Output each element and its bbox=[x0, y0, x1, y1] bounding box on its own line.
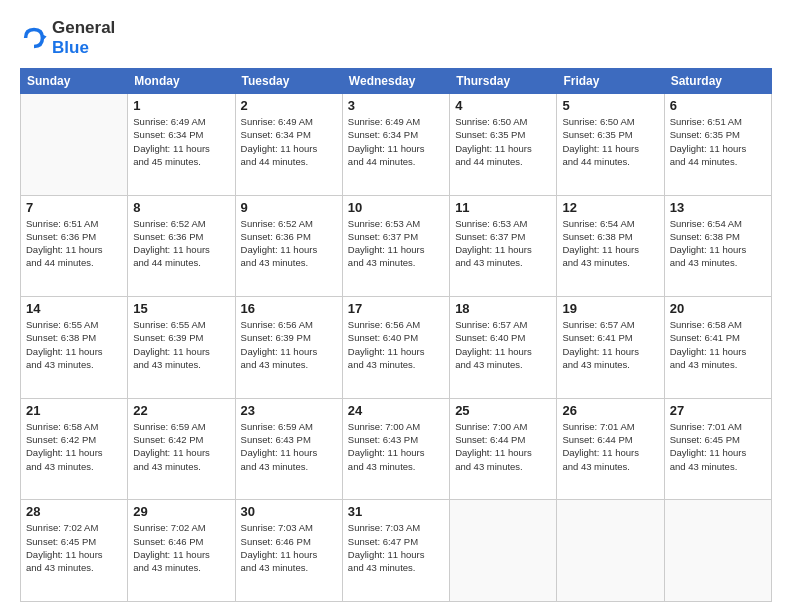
weekday-monday: Monday bbox=[128, 69, 235, 94]
day-number: 12 bbox=[562, 200, 658, 215]
calendar-cell bbox=[450, 500, 557, 602]
day-number: 19 bbox=[562, 301, 658, 316]
day-number: 1 bbox=[133, 98, 229, 113]
day-info: Sunrise: 7:02 AM Sunset: 6:46 PM Dayligh… bbox=[133, 521, 229, 574]
day-info: Sunrise: 6:49 AM Sunset: 6:34 PM Dayligh… bbox=[241, 115, 337, 168]
day-number: 18 bbox=[455, 301, 551, 316]
day-number: 4 bbox=[455, 98, 551, 113]
calendar-cell: 2Sunrise: 6:49 AM Sunset: 6:34 PM Daylig… bbox=[235, 94, 342, 196]
day-info: Sunrise: 6:51 AM Sunset: 6:36 PM Dayligh… bbox=[26, 217, 122, 270]
day-info: Sunrise: 6:52 AM Sunset: 6:36 PM Dayligh… bbox=[133, 217, 229, 270]
day-info: Sunrise: 6:59 AM Sunset: 6:42 PM Dayligh… bbox=[133, 420, 229, 473]
day-number: 6 bbox=[670, 98, 766, 113]
calendar-cell bbox=[664, 500, 771, 602]
logo: General Blue bbox=[20, 18, 115, 58]
day-info: Sunrise: 7:02 AM Sunset: 6:45 PM Dayligh… bbox=[26, 521, 122, 574]
day-info: Sunrise: 6:58 AM Sunset: 6:42 PM Dayligh… bbox=[26, 420, 122, 473]
day-info: Sunrise: 6:54 AM Sunset: 6:38 PM Dayligh… bbox=[670, 217, 766, 270]
weekday-wednesday: Wednesday bbox=[342, 69, 449, 94]
day-number: 8 bbox=[133, 200, 229, 215]
calendar-cell: 12Sunrise: 6:54 AM Sunset: 6:38 PM Dayli… bbox=[557, 195, 664, 297]
week-row-4: 21Sunrise: 6:58 AM Sunset: 6:42 PM Dayli… bbox=[21, 398, 772, 500]
week-row-3: 14Sunrise: 6:55 AM Sunset: 6:38 PM Dayli… bbox=[21, 297, 772, 399]
calendar-cell: 19Sunrise: 6:57 AM Sunset: 6:41 PM Dayli… bbox=[557, 297, 664, 399]
day-info: Sunrise: 7:01 AM Sunset: 6:45 PM Dayligh… bbox=[670, 420, 766, 473]
day-number: 15 bbox=[133, 301, 229, 316]
page: General Blue SundayMondayTuesdayWednesda… bbox=[0, 0, 792, 612]
day-info: Sunrise: 7:03 AM Sunset: 6:47 PM Dayligh… bbox=[348, 521, 444, 574]
day-info: Sunrise: 6:57 AM Sunset: 6:40 PM Dayligh… bbox=[455, 318, 551, 371]
calendar-cell: 29Sunrise: 7:02 AM Sunset: 6:46 PM Dayli… bbox=[128, 500, 235, 602]
day-info: Sunrise: 6:54 AM Sunset: 6:38 PM Dayligh… bbox=[562, 217, 658, 270]
calendar-cell: 22Sunrise: 6:59 AM Sunset: 6:42 PM Dayli… bbox=[128, 398, 235, 500]
day-number: 27 bbox=[670, 403, 766, 418]
day-info: Sunrise: 7:03 AM Sunset: 6:46 PM Dayligh… bbox=[241, 521, 337, 574]
day-number: 22 bbox=[133, 403, 229, 418]
day-number: 7 bbox=[26, 200, 122, 215]
calendar-cell: 16Sunrise: 6:56 AM Sunset: 6:39 PM Dayli… bbox=[235, 297, 342, 399]
day-info: Sunrise: 7:00 AM Sunset: 6:43 PM Dayligh… bbox=[348, 420, 444, 473]
calendar-cell: 30Sunrise: 7:03 AM Sunset: 6:46 PM Dayli… bbox=[235, 500, 342, 602]
calendar-cell bbox=[557, 500, 664, 602]
day-info: Sunrise: 7:00 AM Sunset: 6:44 PM Dayligh… bbox=[455, 420, 551, 473]
day-number: 24 bbox=[348, 403, 444, 418]
weekday-friday: Friday bbox=[557, 69, 664, 94]
day-info: Sunrise: 6:57 AM Sunset: 6:41 PM Dayligh… bbox=[562, 318, 658, 371]
day-number: 21 bbox=[26, 403, 122, 418]
day-info: Sunrise: 6:55 AM Sunset: 6:39 PM Dayligh… bbox=[133, 318, 229, 371]
day-info: Sunrise: 6:59 AM Sunset: 6:43 PM Dayligh… bbox=[241, 420, 337, 473]
calendar-cell: 28Sunrise: 7:02 AM Sunset: 6:45 PM Dayli… bbox=[21, 500, 128, 602]
calendar-cell: 21Sunrise: 6:58 AM Sunset: 6:42 PM Dayli… bbox=[21, 398, 128, 500]
day-number: 26 bbox=[562, 403, 658, 418]
day-info: Sunrise: 6:56 AM Sunset: 6:39 PM Dayligh… bbox=[241, 318, 337, 371]
day-number: 10 bbox=[348, 200, 444, 215]
calendar-table: SundayMondayTuesdayWednesdayThursdayFrid… bbox=[20, 68, 772, 602]
calendar-cell: 31Sunrise: 7:03 AM Sunset: 6:47 PM Dayli… bbox=[342, 500, 449, 602]
day-number: 3 bbox=[348, 98, 444, 113]
calendar-cell: 9Sunrise: 6:52 AM Sunset: 6:36 PM Daylig… bbox=[235, 195, 342, 297]
calendar-cell: 4Sunrise: 6:50 AM Sunset: 6:35 PM Daylig… bbox=[450, 94, 557, 196]
day-info: Sunrise: 6:56 AM Sunset: 6:40 PM Dayligh… bbox=[348, 318, 444, 371]
day-number: 20 bbox=[670, 301, 766, 316]
calendar-cell: 17Sunrise: 6:56 AM Sunset: 6:40 PM Dayli… bbox=[342, 297, 449, 399]
day-number: 25 bbox=[455, 403, 551, 418]
calendar-cell: 25Sunrise: 7:00 AM Sunset: 6:44 PM Dayli… bbox=[450, 398, 557, 500]
day-number: 2 bbox=[241, 98, 337, 113]
week-row-2: 7Sunrise: 6:51 AM Sunset: 6:36 PM Daylig… bbox=[21, 195, 772, 297]
day-number: 28 bbox=[26, 504, 122, 519]
calendar-cell: 15Sunrise: 6:55 AM Sunset: 6:39 PM Dayli… bbox=[128, 297, 235, 399]
day-number: 5 bbox=[562, 98, 658, 113]
weekday-saturday: Saturday bbox=[664, 69, 771, 94]
calendar-cell: 14Sunrise: 6:55 AM Sunset: 6:38 PM Dayli… bbox=[21, 297, 128, 399]
calendar-cell bbox=[21, 94, 128, 196]
day-info: Sunrise: 7:01 AM Sunset: 6:44 PM Dayligh… bbox=[562, 420, 658, 473]
day-info: Sunrise: 6:53 AM Sunset: 6:37 PM Dayligh… bbox=[455, 217, 551, 270]
logo-icon bbox=[20, 24, 48, 52]
day-info: Sunrise: 6:52 AM Sunset: 6:36 PM Dayligh… bbox=[241, 217, 337, 270]
day-info: Sunrise: 6:58 AM Sunset: 6:41 PM Dayligh… bbox=[670, 318, 766, 371]
day-number: 16 bbox=[241, 301, 337, 316]
calendar-cell: 18Sunrise: 6:57 AM Sunset: 6:40 PM Dayli… bbox=[450, 297, 557, 399]
calendar-cell: 24Sunrise: 7:00 AM Sunset: 6:43 PM Dayli… bbox=[342, 398, 449, 500]
calendar-cell: 11Sunrise: 6:53 AM Sunset: 6:37 PM Dayli… bbox=[450, 195, 557, 297]
calendar-cell: 6Sunrise: 6:51 AM Sunset: 6:35 PM Daylig… bbox=[664, 94, 771, 196]
calendar-cell: 7Sunrise: 6:51 AM Sunset: 6:36 PM Daylig… bbox=[21, 195, 128, 297]
calendar-cell: 20Sunrise: 6:58 AM Sunset: 6:41 PM Dayli… bbox=[664, 297, 771, 399]
day-number: 17 bbox=[348, 301, 444, 316]
day-info: Sunrise: 6:53 AM Sunset: 6:37 PM Dayligh… bbox=[348, 217, 444, 270]
logo-text: General Blue bbox=[52, 18, 115, 58]
day-info: Sunrise: 6:50 AM Sunset: 6:35 PM Dayligh… bbox=[455, 115, 551, 168]
day-number: 30 bbox=[241, 504, 337, 519]
day-info: Sunrise: 6:49 AM Sunset: 6:34 PM Dayligh… bbox=[133, 115, 229, 168]
day-number: 9 bbox=[241, 200, 337, 215]
day-number: 11 bbox=[455, 200, 551, 215]
day-info: Sunrise: 6:55 AM Sunset: 6:38 PM Dayligh… bbox=[26, 318, 122, 371]
calendar-cell: 1Sunrise: 6:49 AM Sunset: 6:34 PM Daylig… bbox=[128, 94, 235, 196]
calendar-cell: 8Sunrise: 6:52 AM Sunset: 6:36 PM Daylig… bbox=[128, 195, 235, 297]
week-row-1: 1Sunrise: 6:49 AM Sunset: 6:34 PM Daylig… bbox=[21, 94, 772, 196]
day-info: Sunrise: 6:49 AM Sunset: 6:34 PM Dayligh… bbox=[348, 115, 444, 168]
week-row-5: 28Sunrise: 7:02 AM Sunset: 6:45 PM Dayli… bbox=[21, 500, 772, 602]
calendar-cell: 23Sunrise: 6:59 AM Sunset: 6:43 PM Dayli… bbox=[235, 398, 342, 500]
weekday-tuesday: Tuesday bbox=[235, 69, 342, 94]
calendar-cell: 26Sunrise: 7:01 AM Sunset: 6:44 PM Dayli… bbox=[557, 398, 664, 500]
